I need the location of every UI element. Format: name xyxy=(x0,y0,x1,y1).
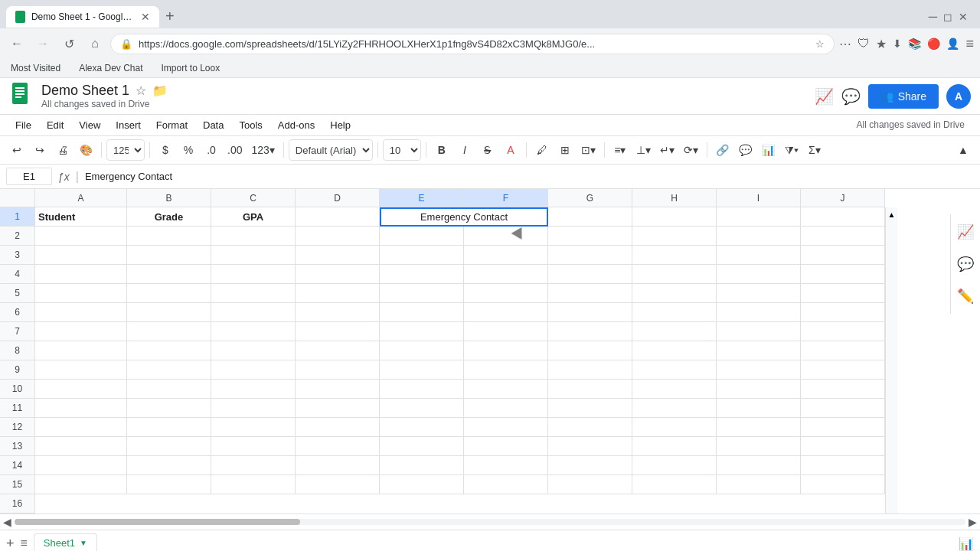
row-num-10[interactable]: 10 xyxy=(0,380,35,399)
shield-icon[interactable]: 🛡 xyxy=(858,37,870,51)
user-avatar[interactable]: A xyxy=(946,84,971,109)
row-num-5[interactable]: 5 xyxy=(0,284,35,303)
col-header-c[interactable]: C xyxy=(211,189,296,207)
row-num-7[interactable]: 7 xyxy=(0,322,35,341)
share-button[interactable]: 👥 Share xyxy=(868,84,939,109)
dec-increase-button[interactable]: .00 xyxy=(224,139,246,161)
row-num-11[interactable]: 11 xyxy=(0,399,35,418)
cell-a3[interactable] xyxy=(35,246,127,265)
cell-f2[interactable] xyxy=(464,227,548,246)
sidebar-comment-icon[interactable]: 💬 xyxy=(957,256,974,272)
cell-a1[interactable]: Student xyxy=(35,207,127,227)
undo-button[interactable]: ↩ xyxy=(6,139,28,161)
menu-icon[interactable]: ≡ xyxy=(965,36,974,52)
cell-reference-input[interactable] xyxy=(6,168,52,185)
scrollbar-thumb[interactable] xyxy=(15,519,300,525)
paint-format-button[interactable]: 🎨 xyxy=(75,139,96,161)
menu-edit[interactable]: Edit xyxy=(39,116,71,134)
cell-g2[interactable] xyxy=(548,227,632,246)
link-button[interactable]: 🔗 xyxy=(712,139,733,161)
extension3-icon[interactable]: 👤 xyxy=(946,37,959,50)
extension2-icon[interactable]: 🔴 xyxy=(927,37,940,50)
collapse-toolbar-button[interactable]: ▲ xyxy=(952,139,974,161)
zoom-select[interactable]: 125% 100% 75% xyxy=(106,139,145,161)
row-num-12[interactable]: 12 xyxy=(0,418,35,437)
cell-c1[interactable]: GPA xyxy=(211,207,296,227)
row-num-14[interactable]: 14 xyxy=(0,456,35,475)
cell-b2[interactable] xyxy=(127,227,211,246)
row-num-8[interactable]: 8 xyxy=(0,341,35,360)
cell-d2[interactable] xyxy=(296,227,380,246)
percent-button[interactable]: % xyxy=(178,139,199,161)
explore-button[interactable]: 📈 xyxy=(815,87,834,106)
folder-icon[interactable]: 📁 xyxy=(152,83,168,98)
dec-decrease-button[interactable]: .0 xyxy=(201,139,222,161)
menu-format[interactable]: Format xyxy=(149,116,195,134)
cell-g1[interactable] xyxy=(548,207,632,227)
col-header-g[interactable]: G xyxy=(548,189,632,207)
menu-file[interactable]: File xyxy=(8,116,39,134)
col-header-h[interactable]: H xyxy=(632,189,717,207)
extension1-icon[interactable]: 📚 xyxy=(908,37,921,50)
star-icon[interactable]: ★ xyxy=(876,37,887,51)
menu-data[interactable]: Data xyxy=(195,116,231,134)
cell-j2[interactable] xyxy=(801,227,885,246)
sheets-explore-icon[interactable]: 📊 xyxy=(959,536,974,551)
add-sheet-button[interactable]: + xyxy=(6,536,15,552)
cell-i2[interactable] xyxy=(717,227,801,246)
formula-content[interactable]: Emergency Contact xyxy=(85,171,974,182)
cell-c2[interactable] xyxy=(211,227,296,246)
col-header-a[interactable]: A xyxy=(35,189,127,207)
text-color-button[interactable]: A xyxy=(500,139,521,161)
rotate-button[interactable]: ⟳▾ xyxy=(680,139,702,161)
cell-a2[interactable] xyxy=(35,227,127,246)
format-number-button[interactable]: 123▾ xyxy=(247,139,278,161)
sheet-tab-sheet1[interactable]: Sheet1 ▼ xyxy=(34,533,97,551)
forward-button[interactable]: → xyxy=(32,33,54,54)
bold-button[interactable]: B xyxy=(431,139,452,161)
new-tab-button[interactable]: + xyxy=(159,5,181,28)
scroll-up-arrow[interactable]: ▲ xyxy=(885,207,899,222)
font-select[interactable]: Default (Arial) Arial Times New Roman xyxy=(289,139,373,161)
comment-button[interactable]: 💬 xyxy=(841,87,861,106)
cell-b1[interactable]: Grade xyxy=(127,207,211,227)
menu-tools[interactable]: Tools xyxy=(231,116,270,134)
horizontal-scrollbar[interactable] xyxy=(15,519,965,525)
row-num-3[interactable]: 3 xyxy=(0,246,35,265)
sidebar-edit-icon[interactable]: ✏️ xyxy=(957,288,974,305)
print-button[interactable]: 🖨 xyxy=(52,139,74,161)
cell-e2[interactable] xyxy=(380,227,464,246)
sheet-list-button[interactable]: ≡ xyxy=(21,536,28,550)
reload-button[interactable]: ↺ xyxy=(58,33,80,54)
maximize-button[interactable]: ◻ xyxy=(943,11,952,23)
redo-button[interactable]: ↪ xyxy=(29,139,51,161)
cell-h2[interactable] xyxy=(632,227,717,246)
row-num-6[interactable]: 6 xyxy=(0,303,35,322)
address-bar[interactable]: 🔒 https://docs.google.com/spreadsheets/d… xyxy=(110,34,835,54)
scroll-right-button[interactable]: ▶ xyxy=(969,516,977,528)
row-num-13[interactable]: 13 xyxy=(0,437,35,456)
bookmark-alexa-dev[interactable]: Alexa Dev Chat xyxy=(76,61,145,75)
menu-help[interactable]: Help xyxy=(322,116,358,134)
col-header-d[interactable]: D xyxy=(296,189,380,207)
row-num-9[interactable]: 9 xyxy=(0,360,35,380)
bookmark-import-loox[interactable]: Import to Loox xyxy=(158,61,224,75)
row-num-15[interactable]: 15 xyxy=(0,475,35,494)
download-icon[interactable]: ⬇ xyxy=(893,37,902,50)
home-button[interactable]: ⌂ xyxy=(84,33,106,54)
cell-e1[interactable]: Emergency Contact xyxy=(380,207,548,227)
sidebar-chart-icon[interactable]: 📈 xyxy=(957,223,974,240)
function-button[interactable]: Σ▾ xyxy=(804,139,825,161)
active-tab[interactable]: Demo Sheet 1 - Google Sheets ✕ xyxy=(6,6,159,28)
menu-view[interactable]: View xyxy=(71,116,108,134)
col-header-f[interactable]: F xyxy=(464,189,548,207)
col-header-i[interactable]: I xyxy=(717,189,801,207)
extensions-icon[interactable]: ⋯ xyxy=(839,37,851,51)
font-size-select[interactable]: 10 12 14 xyxy=(383,139,421,161)
sheet-tab-dropdown[interactable]: ▼ xyxy=(80,539,87,547)
cell-h1[interactable] xyxy=(632,207,717,227)
tab-close-button[interactable]: ✕ xyxy=(141,11,150,23)
star-icon[interactable]: ☆ xyxy=(136,83,146,98)
bookmark-star[interactable]: ☆ xyxy=(815,38,825,50)
comment-toolbar-button[interactable]: 💬 xyxy=(735,139,756,161)
